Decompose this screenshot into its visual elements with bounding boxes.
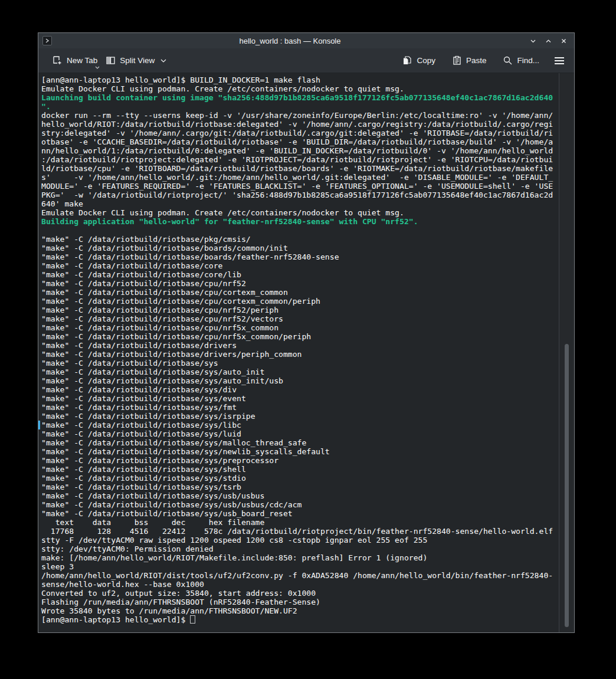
- terminal-line: Converted to uf2, output size: 35840, st…: [41, 589, 558, 598]
- terminal-line: "make" -C /data/riotbuild/riotbase/cpu/n…: [41, 314, 558, 323]
- terminal-line: "make" -C /data/riotbuild/riotbase/sys/p…: [41, 456, 558, 465]
- terminal-line: "make" -C /data/riotbuild/riotbase/sys: [41, 359, 558, 368]
- terminal-line: docker run --rm --tty --userns keep-id -…: [41, 111, 558, 120]
- terminal-line: Building application "hello-world" for "…: [41, 217, 558, 226]
- terminal-line: "make" -C /data/riotbuild/riotbase/sys/i…: [41, 412, 558, 421]
- chevron-down-icon: [95, 66, 100, 69]
- new-tab-icon: [53, 55, 63, 65]
- terminal-line: [41, 226, 558, 235]
- terminal-line: "make" -C /data/riotbuild/riotbase/sys/t…: [41, 483, 558, 491]
- terminal-line: "make" -C /data/riotbuild/riotbase/sys/u…: [41, 491, 558, 500]
- terminal-line: "make" -C /data/riotbuild/riotbase/sys/u…: [41, 500, 558, 509]
- chevron-down-icon: [529, 37, 537, 45]
- terminal-line: "make" -C /data/riotbuild/riotbase/core: [41, 261, 558, 270]
- terminal-line: Launching build container using image "s…: [41, 93, 558, 102]
- terminal-line: 17768 128 4516 22412 578c /data/riotbuil…: [41, 527, 558, 536]
- output-bookmark-marker: [38, 421, 40, 429]
- new-tab-label: New Tab: [67, 56, 97, 65]
- terminal-line: stry:delegated' -v '/home/ann/.cargo/git…: [41, 129, 558, 137]
- paste-label: Paste: [466, 56, 487, 65]
- window-title: hello_world : bash — Konsole: [52, 37, 528, 45]
- terminal-line: "make" -C /data/riotbuild/riotbase/core/…: [41, 270, 558, 279]
- scrollbar-thumb[interactable]: [565, 344, 569, 627]
- terminal-line: "make" -C /data/riotbuild/riotbase/sys/l…: [41, 429, 558, 438]
- terminal-line: [ann@ann-laptop13 hello_world]$: [41, 615, 558, 624]
- terminal-line: "make" -C /data/riotbuild/riotbase/cpu/c…: [41, 288, 558, 297]
- terminal-line: Emulate Docker CLI using podman. Create …: [41, 208, 558, 217]
- terminal-line: "make" -C /data/riotbuild/riotbase/sys/u…: [41, 509, 558, 518]
- terminal-line: sleep 3: [41, 562, 558, 571]
- terminal-line: "make" -C /data/riotbuild/riotbase/sys/m…: [41, 438, 558, 447]
- terminal-line: "make" -C /data/riotbuild/riotbase/drive…: [41, 341, 558, 350]
- scrollbar-track[interactable]: [559, 73, 574, 632]
- terminal-line: "make" -C /data/riotbuild/riotbase/sys/l…: [41, 421, 558, 429]
- terminal-line: "make" -C /data/riotbuild/riotbase/pkg/c…: [41, 235, 558, 244]
- paste-button[interactable]: Paste: [448, 53, 491, 68]
- terminal-line: s' -v '/home/ann/hello_world/.git:/home/…: [41, 173, 558, 182]
- split-view-icon: [106, 55, 116, 65]
- terminal-line: "make" -C /data/riotbuild/riotbase/sys/a…: [41, 376, 558, 385]
- terminal-prompt-icon: [44, 38, 50, 44]
- terminal-line: "make" -C /data/riotbuild/riotbase/cpu/n…: [41, 306, 558, 314]
- window-controls: [528, 36, 569, 46]
- chevron-up-icon: [545, 37, 552, 45]
- terminal-line: PKG=' -w '/data/riotbuild/riotproject/' …: [41, 191, 558, 199]
- terminal[interactable]: [ann@ann-laptop13 hello_world]$ BUILD_IN…: [38, 73, 574, 632]
- terminal-line: MODULE=' -e 'FEATURES_REQUIRED=' -e 'FEA…: [41, 182, 558, 191]
- terminal-line: make: [/home/ann/hello_world/RIOT/Makefi…: [41, 553, 558, 562]
- copy-icon: [402, 55, 412, 65]
- terminal-line: /home/ann/hello_world/RIOT/dist/tools/uf…: [41, 571, 558, 580]
- new-tab-button[interactable]: New Tab: [48, 53, 101, 68]
- terminal-line: "make" -C /data/riotbuild/riotbase/cpu/c…: [41, 297, 558, 306]
- hamburger-menu-icon: [554, 57, 565, 65]
- terminal-line: "make" -C /data/riotbuild/riotbase/sys/s…: [41, 465, 558, 474]
- terminal-line: "make" -C /data/riotbuild/riotbase/drive…: [41, 350, 558, 359]
- close-button[interactable]: [559, 36, 569, 46]
- find-label: Find...: [517, 56, 539, 65]
- titlebar[interactable]: hello_world : bash — Konsole: [38, 33, 574, 48]
- terminal-output: [ann@ann-laptop13 hello_world]$ BUILD_IN…: [41, 76, 558, 624]
- terminal-line: ld/riotbase/cpu' -e 'RIOTBOARD=/data/rio…: [41, 164, 558, 173]
- chevron-down-icon: [160, 59, 166, 63]
- terminal-line: "make" -C /data/riotbuild/riotbase/sys/a…: [41, 368, 558, 376]
- close-icon: [560, 37, 568, 45]
- terminal-line: Wrote 35840 bytes to /run/media/ann/FTHR…: [41, 606, 558, 615]
- toolbar: New Tab Split View Copy: [38, 48, 574, 73]
- terminal-line: "make" -C /data/riotbuild/riotbase/cpu/n…: [41, 332, 558, 341]
- terminal-line: "make" -C /data/riotbuild/riotbase/sys/s…: [41, 474, 558, 483]
- terminal-line: "make" -C /data/riotbuild/riotbase/board…: [41, 252, 558, 261]
- split-view-button[interactable]: Split View: [101, 53, 171, 68]
- terminal-line: "make" -C /data/riotbuild/riotbase/board…: [41, 244, 558, 252]
- menu-button[interactable]: [552, 54, 567, 68]
- toolbar-right-group: Copy Paste Find...: [398, 53, 567, 68]
- terminal-cursor: [190, 615, 195, 624]
- terminal-line: otbase' -e 'CCACHE_BASEDIR=/data/riotbui…: [41, 137, 558, 146]
- terminal-line: hello_world/RIOT:/data/riotbuild/riotbas…: [41, 120, 558, 129]
- paste-icon: [452, 55, 462, 65]
- terminal-line: "make" -C /data/riotbuild/riotbase/sys/d…: [41, 385, 558, 394]
- find-button[interactable]: Find...: [499, 53, 543, 68]
- copy-label: Copy: [417, 56, 435, 65]
- search-icon: [503, 55, 513, 65]
- minimize-button[interactable]: [528, 36, 538, 46]
- terminal-line: 640' make: [41, 199, 558, 208]
- terminal-line: "make" -C /data/riotbuild/riotbase/cpu/n…: [41, 279, 558, 288]
- terminal-line: [ann@ann-laptop13 hello_world]$ BUILD_IN…: [41, 76, 558, 84]
- terminal-line: text data bss dec hex filename: [41, 518, 558, 527]
- terminal-line: sense/hello-world.hex --base 0x1000: [41, 580, 558, 589]
- copy-button[interactable]: Copy: [398, 53, 440, 68]
- terminal-line: "make" -C /data/riotbuild/riotbase/cpu/n…: [41, 323, 558, 332]
- terminal-line: stty: /dev/ttyACM0: Permission denied: [41, 544, 558, 553]
- maximize-button[interactable]: [543, 36, 553, 46]
- terminal-line: Emulate Docker CLI using podman. Create …: [41, 84, 558, 93]
- terminal-line: ".: [41, 102, 558, 111]
- terminal-line: "make" -C /data/riotbuild/riotbase/sys/f…: [41, 403, 558, 412]
- terminal-line: "make" -C /data/riotbuild/riotbase/sys/e…: [41, 394, 558, 403]
- konsole-window: hello_world : bash — Konsole: [38, 32, 575, 633]
- konsole-app-icon[interactable]: [42, 36, 52, 45]
- terminal-line: stty -F /dev/ttyACM0 raw ispeed 1200 osp…: [41, 536, 558, 544]
- terminal-line: "make" -C /data/riotbuild/riotbase/sys/n…: [41, 447, 558, 456]
- terminal-line: Flashing /run/media/ann/FTHRSNSBOOT (nRF…: [41, 598, 558, 606]
- terminal-line: :/data/riotbuild/riotproject:delegated' …: [41, 155, 558, 164]
- split-view-label: Split View: [120, 56, 155, 65]
